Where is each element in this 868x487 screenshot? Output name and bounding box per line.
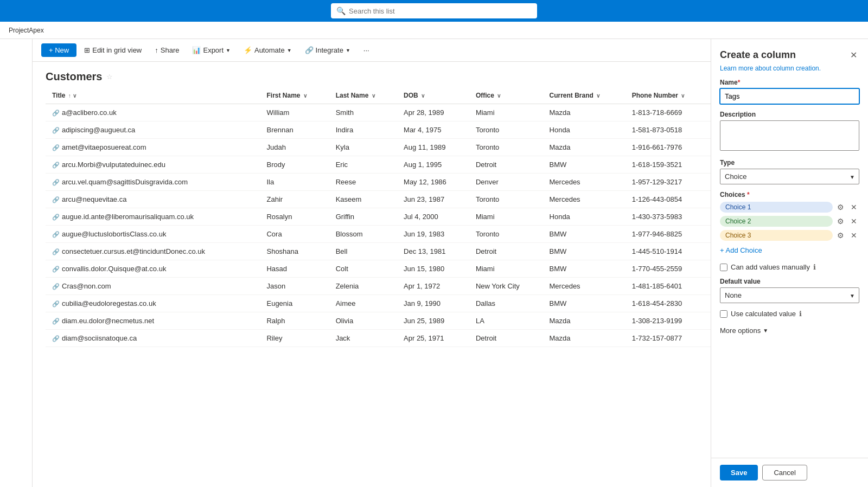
name-field-label: Name* [720, 79, 859, 86]
col-header-current-brand[interactable]: Current Brand ∨ [543, 87, 626, 104]
cell-first-name: Riley [260, 330, 329, 347]
cell-first-name: Brennan [260, 121, 329, 139]
cell-brand: BMW [543, 243, 626, 260]
name-field-group: Name* [720, 79, 859, 104]
use-calculated-checkbox[interactable] [720, 310, 727, 318]
choice-edit-btn-2[interactable]: ⚙ [835, 216, 846, 226]
choice-tag-3[interactable]: Choice 3 [720, 230, 833, 241]
top-bar: 🔍 [0, 0, 868, 22]
col-header-dob[interactable]: DOB ∨ [397, 87, 469, 104]
col-header-office[interactable]: Office ∨ [469, 87, 543, 104]
cell-dob: Jun 15, 1980 [397, 260, 469, 278]
cell-brand: Honda [543, 208, 626, 226]
panel-footer: Save Cancel [711, 458, 868, 487]
type-field-group: Type Choice Text Number Date and Time Pe… [720, 159, 859, 184]
cell-brand: BMW [543, 260, 626, 278]
more-options-button[interactable]: More options ▼ [720, 324, 768, 337]
cell-phone: 1-732-157-0877 [626, 330, 711, 347]
default-value-select[interactable]: None Choice 1 Choice 2 Choice 3 [720, 287, 859, 303]
cell-title: 🔗adipiscing@augueut.ca [46, 121, 260, 139]
col-header-phone-number[interactable]: Phone Number ∨ [626, 87, 711, 104]
cell-office: Toronto [469, 139, 543, 156]
choice-edit-btn-3[interactable]: ⚙ [835, 230, 846, 240]
description-field-group: Description [720, 111, 859, 152]
cell-brand: Mercedes [543, 191, 626, 208]
search-icon: 🔍 [336, 7, 346, 15]
cell-phone: 1-445-510-1914 [626, 243, 711, 260]
can-add-values-info-icon[interactable]: ℹ [813, 263, 816, 271]
cell-phone: 1-813-718-6669 [626, 104, 711, 121]
choice-delete-btn-3[interactable]: ✕ [848, 230, 859, 240]
cell-dob: Apr 1, 1972 [397, 278, 469, 295]
cell-dob: Jun 25, 1989 [397, 312, 469, 330]
data-table: Title ↑ ∨ First Name ∨ Last Name ∨ DOB ∨… [46, 87, 711, 347]
can-add-values-checkbox[interactable] [720, 264, 727, 271]
description-input[interactable] [720, 120, 859, 151]
choice-edit-btn-1[interactable]: ⚙ [835, 202, 846, 212]
cell-title: 🔗amet@vitaeposuereat.com [46, 139, 260, 156]
description-field-label: Description [720, 111, 859, 118]
cell-office: Detroit [469, 330, 543, 347]
share-button[interactable]: ↑ Share [149, 43, 184, 57]
table-row: 🔗adipiscing@augueut.ca Brennan Indira Ma… [46, 121, 711, 139]
cell-first-name: Ralph [260, 312, 329, 330]
cell-dob: Aug 11, 1989 [397, 139, 469, 156]
can-add-values-row: Can add values manually ℹ [720, 263, 859, 271]
cell-title: 🔗consectetuer.cursus.et@tinciduntDonec.c… [46, 243, 260, 260]
favorite-star-icon[interactable]: ☆ [106, 73, 113, 81]
choice-tag-1[interactable]: Choice 1 [720, 202, 833, 213]
cell-brand: Mazda [543, 312, 626, 330]
col-header-last-name[interactable]: Last Name ∨ [329, 87, 397, 104]
automate-button[interactable]: ⚡ Automate ▼ [238, 43, 297, 57]
name-input[interactable] [720, 88, 859, 104]
cell-dob: Jun 23, 1987 [397, 191, 469, 208]
use-calculated-info-icon[interactable]: ℹ [799, 310, 802, 318]
cell-dob: Aug 1, 1995 [397, 156, 469, 174]
cell-office: Toronto [469, 226, 543, 243]
cell-phone: 1-770-455-2559 [626, 260, 711, 278]
learn-more-link[interactable]: Learn more about column creation. [711, 62, 868, 79]
cancel-button[interactable]: Cancel [762, 465, 807, 480]
cell-last-name: Eric [329, 156, 397, 174]
edit-grid-button[interactable]: ⊞ Edit in grid view [79, 43, 147, 57]
cell-last-name: Smith [329, 104, 397, 121]
search-input[interactable] [349, 7, 532, 15]
add-choice-button[interactable]: + Add Choice [720, 244, 762, 257]
cell-last-name: Bell [329, 243, 397, 260]
cell-first-name: Cora [260, 226, 329, 243]
cell-first-name: Shoshana [260, 243, 329, 260]
table-row: 🔗diam@sociisnatoque.ca Riley Jack Apr 25… [46, 330, 711, 347]
table-row: 🔗diam.eu.dolor@necmetus.net Ralph Olivia… [46, 312, 711, 330]
cell-first-name: William [260, 104, 329, 121]
close-panel-button[interactable]: ✕ [848, 48, 859, 62]
more-toolbar-button[interactable]: ··· [358, 43, 375, 57]
cell-first-name: Zahir [260, 191, 329, 208]
search-box[interactable]: 🔍 [331, 3, 537, 18]
integrate-button[interactable]: 🔗 Integrate ▼ [299, 43, 356, 57]
right-panel: Create a column ✕ Learn more about colum… [711, 39, 868, 487]
save-button[interactable]: Save [720, 465, 758, 480]
cell-office: New York City [469, 278, 543, 295]
choice-delete-btn-2[interactable]: ✕ [848, 216, 859, 226]
cell-title: 🔗augue@luctuslobortisClass.co.uk [46, 226, 260, 243]
cell-first-name: Jason [260, 278, 329, 295]
new-button[interactable]: + New [41, 43, 76, 57]
choice-item-2: Choice 2 ⚙ ✕ [720, 216, 859, 227]
cell-brand: BMW [543, 156, 626, 174]
export-button[interactable]: 📊 Export ▼ [187, 43, 236, 57]
type-select[interactable]: Choice Text Number Date and Time Person … [720, 169, 859, 184]
cell-brand: Mercedes [543, 278, 626, 295]
toolbar: + New ⊞ Edit in grid view ↑ Share 📊 Expo… [33, 39, 711, 62]
cell-phone: 1-916-661-7976 [626, 139, 711, 156]
share-icon: ↑ [155, 46, 158, 54]
cell-phone: 1-977-946-8825 [626, 226, 711, 243]
col-header-first-name[interactable]: First Name ∨ [260, 87, 329, 104]
integrate-chevron-icon: ▼ [346, 48, 350, 53]
choice-tag-2[interactable]: Choice 2 [720, 216, 833, 227]
col-header-title[interactable]: Title ↑ ∨ [46, 87, 260, 104]
default-value-field-group: Default value None Choice 1 Choice 2 Cho… [720, 278, 859, 303]
cell-last-name: Kaseem [329, 191, 397, 208]
choice-delete-btn-1[interactable]: ✕ [848, 202, 859, 212]
cell-office: LA [469, 312, 543, 330]
table-row: 🔗Cras@non.com Jason Zelenia Apr 1, 1972 … [46, 278, 711, 295]
